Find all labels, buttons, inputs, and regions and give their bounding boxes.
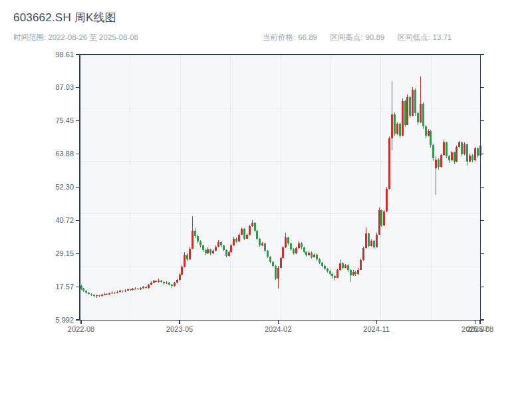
y-tick-label: 75.45 xyxy=(39,116,74,125)
candle-body-down xyxy=(461,142,463,154)
candle-body-up xyxy=(451,152,453,160)
candle-body-down xyxy=(448,156,450,161)
y-tick-label: 98.61 xyxy=(39,51,74,59)
candle-body-down xyxy=(354,272,356,275)
candle-body-down xyxy=(368,233,370,246)
candle-body-down xyxy=(394,114,396,134)
candle-body-up xyxy=(456,147,458,162)
candle-body-up xyxy=(132,289,134,290)
x-tick-mark xyxy=(475,321,475,324)
candle-body-up xyxy=(295,248,297,253)
candle-body-up xyxy=(207,249,209,253)
candle-body-down xyxy=(324,266,326,269)
candle-body-up xyxy=(261,243,263,245)
candle-body-up xyxy=(230,245,232,251)
candle-body-up xyxy=(280,258,282,268)
candle-body-down xyxy=(409,97,411,116)
y-tick-mark-right xyxy=(481,87,484,88)
y-tick-mark-left xyxy=(76,287,79,287)
candle-body-up xyxy=(124,291,126,292)
vertical-gridline xyxy=(130,55,130,320)
candle-body-down xyxy=(477,148,479,156)
candle-body-down xyxy=(93,295,95,296)
candle-body-down xyxy=(225,250,227,256)
chart-title: 603662.SH 周K线图 xyxy=(13,11,116,25)
candle-body-down xyxy=(256,231,258,239)
candle-body-down xyxy=(319,259,321,263)
candle-body-down xyxy=(466,144,468,161)
candle-body-up xyxy=(176,280,178,283)
candle-body-down xyxy=(82,289,84,291)
candle-body-down xyxy=(106,294,108,295)
candle-body-up xyxy=(469,156,471,162)
candle-body-up xyxy=(357,270,359,275)
vertical-gridline xyxy=(281,55,281,320)
candle-body-down xyxy=(202,245,204,250)
stat-range-low-value: 13.71 xyxy=(433,33,452,41)
candle-body-up xyxy=(420,104,422,122)
candle-body-down xyxy=(303,247,305,251)
y-tick-mark-right xyxy=(481,54,484,55)
candle-body-down xyxy=(321,263,323,265)
y-tick-mark-left xyxy=(76,120,79,121)
x-tick-label: 2024-02 xyxy=(265,325,291,334)
y-tick-mark-right xyxy=(481,220,484,221)
candle-body-down xyxy=(446,142,448,156)
candle-body-up xyxy=(104,294,106,295)
candle-body-up xyxy=(96,295,98,296)
candle-body-down xyxy=(122,291,124,291)
candle-body-down xyxy=(114,293,116,293)
candle-body-up xyxy=(440,155,442,167)
stat-range-high: 区间高点:90.89 xyxy=(330,33,384,41)
candle-body-up xyxy=(140,288,142,289)
time-range-label: 时间范围: 2022-08-26 至 2025-08-08 xyxy=(13,33,138,43)
candle-body-up xyxy=(181,267,183,275)
plot-area xyxy=(80,55,481,320)
x-tick-mark xyxy=(479,321,480,324)
candle-body-down xyxy=(417,113,419,122)
candle-body-down xyxy=(301,243,303,248)
candle-body-up xyxy=(386,189,388,211)
candle-body-up xyxy=(228,252,230,256)
candle-body-down xyxy=(404,101,406,124)
stat-range-high-value: 90.89 xyxy=(365,33,384,41)
y-tick-label: 29.15 xyxy=(39,249,74,258)
candle-body-up xyxy=(378,210,380,235)
y-tick-mark-right xyxy=(481,287,484,287)
candle-body-down xyxy=(168,283,170,285)
candle-body-down xyxy=(85,291,87,293)
vertical-gridline xyxy=(431,55,432,320)
candle-body-down xyxy=(380,210,382,225)
candle-body-up xyxy=(402,101,404,136)
candle-body-down xyxy=(259,239,261,245)
candle-body-down xyxy=(305,252,307,255)
stat-current-price: 当前价格:66.89 xyxy=(263,33,317,41)
y-tick-mark-right xyxy=(481,120,484,121)
candle-body-down xyxy=(272,262,274,266)
candle-body-up xyxy=(376,235,378,247)
candle-body-up xyxy=(238,235,240,241)
candle-body-down xyxy=(163,282,165,284)
axis-spine-bottom xyxy=(79,320,481,321)
candle-body-up xyxy=(336,270,338,278)
candle-body-down xyxy=(194,231,196,236)
y-tick-mark-right xyxy=(481,253,484,254)
candle-body-down xyxy=(438,160,440,167)
candle-body-down xyxy=(223,245,225,249)
axis-spine-top xyxy=(79,54,481,55)
candle-body-down xyxy=(200,241,201,245)
vertical-gridline xyxy=(380,55,381,320)
candle-body-up xyxy=(166,283,168,284)
candle-body-up xyxy=(388,138,390,189)
y-tick-mark-right xyxy=(481,187,484,188)
x-tick-label: 2025-08 xyxy=(467,325,493,334)
candle-body-up xyxy=(142,287,144,288)
candle-body-up xyxy=(285,237,287,248)
candle-body-up xyxy=(212,251,214,253)
x-tick-mark xyxy=(278,321,279,324)
candle-body-up xyxy=(153,281,155,283)
y-tick-label: 52.30 xyxy=(39,183,74,192)
kline-chart-figure: 603662.SH 周K线图 时间范围: 2022-08-26 至 2025-0… xyxy=(0,0,532,399)
candle-body-up xyxy=(435,160,437,168)
candle-body-down xyxy=(205,250,207,253)
